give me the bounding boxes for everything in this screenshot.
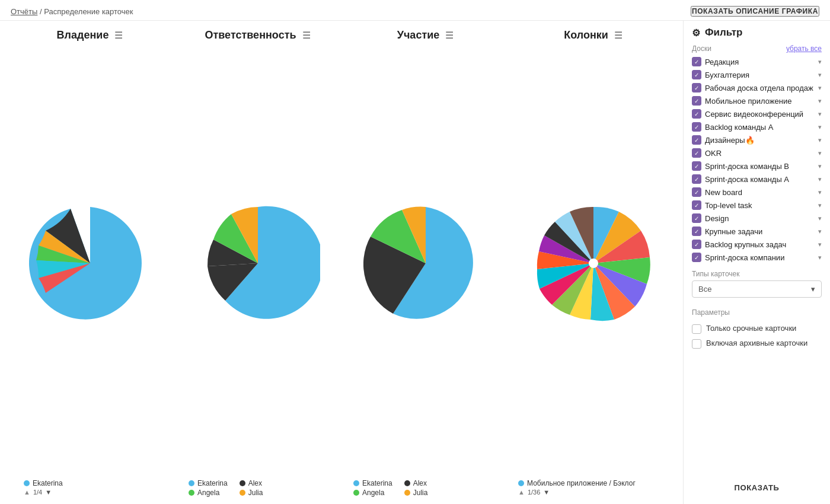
- triangle-icon: ▲: [24, 489, 30, 496]
- chevron-icon[interactable]: ▾: [818, 97, 822, 105]
- sort-icon[interactable]: ▼: [45, 489, 52, 496]
- sort-icon[interactable]: ▼: [543, 489, 550, 496]
- chevron-icon[interactable]: ▾: [818, 71, 822, 79]
- breadcrumb-reports[interactable]: Отчёты: [11, 7, 37, 16]
- menu-icon-participation[interactable]: ☰: [445, 30, 454, 41]
- legend-color: [240, 490, 245, 496]
- urgent-checkbox[interactable]: [692, 324, 701, 334]
- board-item: OKR ▾: [692, 146, 822, 160]
- show-button[interactable]: ПОКАЗАТЬ: [692, 477, 822, 498]
- top-bar: Отчёты / Распределение карточек ПОКАЗАТЬ…: [0, 0, 830, 21]
- chart-ownership: [6, 201, 174, 326]
- board-checkbox[interactable]: [692, 57, 701, 66]
- board-checkbox[interactable]: [692, 109, 701, 119]
- board-name: Backlog команды A: [705, 123, 773, 132]
- board-checkbox[interactable]: [692, 148, 701, 158]
- board-name: Рабочая доска отдела продаж: [705, 84, 813, 92]
- board-checkbox[interactable]: [692, 227, 701, 236]
- board-left: Backlog команды A: [692, 122, 773, 132]
- board-checkbox[interactable]: [692, 122, 701, 132]
- archived-checkbox[interactable]: [692, 339, 701, 349]
- board-checkbox[interactable]: [692, 200, 701, 210]
- chart-header-columns: Колонки ☰: [509, 29, 677, 42]
- board-left: Backlog крупных задач: [692, 240, 786, 249]
- chart-title-responsibility: Ответственность: [205, 29, 296, 42]
- legend-color: [404, 490, 410, 496]
- board-name: Крупные задачи: [705, 227, 762, 236]
- chart-header-responsibility: Ответственность ☰: [174, 29, 341, 42]
- chevron-icon[interactable]: ▾: [818, 176, 822, 183]
- chevron-icon[interactable]: ▾: [818, 162, 822, 170]
- chart-header-ownership: Владение ☰: [6, 29, 174, 42]
- board-left: Крупные задачи: [692, 227, 762, 236]
- legend-label: Ekaterina: [197, 479, 228, 487]
- board-left: Sprint-доска компании: [692, 253, 784, 262]
- chart-title-participation: Участие: [397, 29, 440, 42]
- board-name: Бухгалтерия: [705, 71, 749, 79]
- board-checkbox[interactable]: [692, 213, 701, 223]
- board-left: Рабочая доска отдела продаж: [692, 83, 813, 92]
- chevron-icon[interactable]: ▾: [818, 123, 822, 131]
- board-checkbox[interactable]: [692, 253, 701, 262]
- chevron-icon[interactable]: ▾: [818, 202, 822, 209]
- board-left: Бухгалтерия: [692, 70, 749, 79]
- board-name: Sprint-доска команды A: [705, 175, 789, 184]
- legend-label: Julia: [248, 489, 263, 497]
- legend-responsibility: Ekaterina Angela Alex: [183, 479, 347, 498]
- board-checkbox[interactable]: [692, 83, 701, 92]
- legend-count: 1/36: [528, 489, 540, 496]
- archived-label: Включая архивные карточки: [706, 339, 807, 347]
- board-checkbox[interactable]: [692, 70, 701, 79]
- remove-all-button[interactable]: убрать все: [786, 44, 822, 53]
- legend-item: Julia: [404, 489, 428, 497]
- legend-item: Ekaterina: [189, 479, 228, 487]
- chevron-icon[interactable]: ▾: [818, 84, 822, 92]
- chevron-icon[interactable]: ▾: [818, 58, 822, 66]
- filter-icon: ⚙: [692, 27, 700, 39]
- menu-icon-columns[interactable]: ☰: [614, 30, 622, 41]
- chart-participation: [341, 201, 509, 326]
- chevron-icon[interactable]: ▾: [818, 189, 822, 196]
- chevron-icon[interactable]: ▾: [818, 136, 822, 144]
- sidebar-header: ⚙ Фильтр: [692, 27, 822, 39]
- chevron-icon[interactable]: ▾: [818, 241, 822, 248]
- legend-color: [240, 480, 245, 486]
- chevron-icon[interactable]: ▾: [818, 110, 822, 118]
- board-checkbox[interactable]: [692, 161, 701, 171]
- board-checkbox[interactable]: [692, 174, 701, 184]
- chevron-icon[interactable]: ▾: [818, 254, 822, 261]
- board-item: Крупные задачи ▾: [692, 225, 822, 238]
- svg-point-0: [589, 259, 598, 268]
- menu-icon-ownership[interactable]: ☰: [114, 30, 123, 41]
- board-name: Top-level task: [705, 201, 752, 210]
- board-name: Дизайнеры🔥: [705, 136, 755, 145]
- board-item: Top-level task ▾: [692, 199, 822, 212]
- legend-color: [353, 480, 359, 486]
- board-left: Сервис видеоконференций: [692, 109, 803, 119]
- board-item: Мобильное приложение ▾: [692, 94, 822, 107]
- legend-item: Ekaterina: [24, 479, 177, 487]
- boards-label: Доски убрать все: [692, 44, 822, 53]
- chart-header-participation: Участие ☰: [341, 29, 509, 42]
- board-checkbox[interactable]: [692, 96, 701, 106]
- board-checkbox[interactable]: [692, 135, 701, 145]
- board-item: Design ▾: [692, 212, 822, 225]
- select-chevron-icon: ▾: [811, 285, 815, 294]
- card-types-select[interactable]: Все ▾: [692, 280, 822, 298]
- chevron-icon[interactable]: ▾: [818, 149, 822, 157]
- chevron-icon[interactable]: ▾: [818, 228, 822, 235]
- legend-count-item: ▲ 1/4 ▼: [24, 489, 177, 496]
- legend-columns: Мобильное приложение / Бэклог ▲ 1/36 ▼: [512, 479, 677, 498]
- board-left: Top-level task: [692, 200, 752, 210]
- board-item: Sprint-доска команды A ▾: [692, 173, 822, 186]
- board-checkbox[interactable]: [692, 187, 701, 197]
- menu-icon-responsibility[interactable]: ☰: [302, 30, 311, 41]
- legend-count: 1/4: [33, 489, 42, 496]
- board-left: Редакция: [692, 57, 739, 66]
- sidebar: ⚙ Фильтр Доски убрать все Редакция ▾ Бух…: [683, 21, 830, 504]
- chevron-icon[interactable]: ▾: [818, 215, 822, 222]
- show-description-button[interactable]: ПОКАЗАТЬ ОПИСАНИЕ ГРАФИКА: [691, 6, 819, 17]
- board-checkbox[interactable]: [692, 240, 701, 249]
- legend-label: Alex: [413, 479, 427, 487]
- boards-text: Доски: [692, 44, 711, 53]
